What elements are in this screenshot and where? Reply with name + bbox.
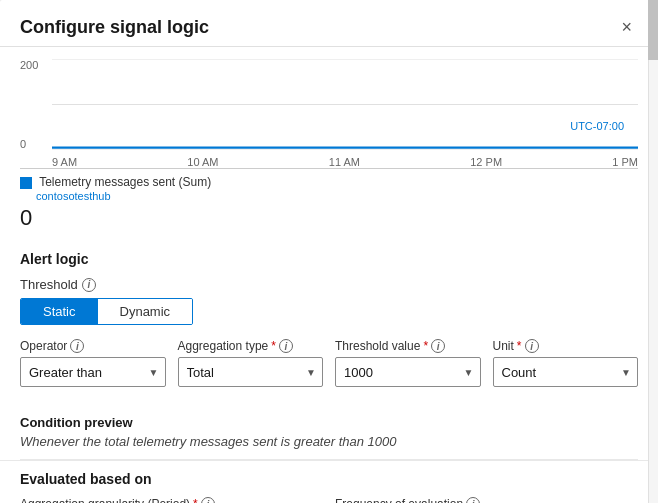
dialog-title: Configure signal logic [20, 17, 209, 38]
aggregation-type-info-icon[interactable]: i [279, 339, 293, 353]
chart-y-labels: 200 0 [20, 59, 48, 150]
legend-source: contosotesthub [36, 190, 111, 202]
close-button[interactable]: × [615, 16, 638, 38]
threshold-info-icon[interactable]: i [82, 278, 96, 292]
x-label-11am: 11 AM [329, 156, 360, 168]
aggregation-type-select-wrapper: Total Average Minimum Maximum Count ▼ [178, 357, 324, 387]
threshold-static-button[interactable]: Static [21, 299, 98, 324]
unit-label: Unit * i [493, 339, 639, 353]
x-label-1pm: 1 PM [612, 156, 638, 168]
operator-select-wrapper: Greater than Less than Greater than or e… [20, 357, 166, 387]
threshold-dynamic-button[interactable]: Dynamic [98, 299, 193, 324]
condition-preview-text: Whenever the total telemetry messages se… [20, 434, 638, 449]
threshold-label: Threshold i [20, 277, 638, 292]
chart-y-min: 0 [20, 138, 48, 150]
x-label-12pm: 12 PM [470, 156, 502, 168]
x-label-9am: 9 AM [52, 156, 77, 168]
chart-legend: Telemetry messages sent (Sum) contosotes… [20, 175, 638, 203]
operator-label: Operator i [20, 339, 166, 353]
frequency-info-icon[interactable]: i [466, 497, 480, 503]
threshold-value-field: Threshold value * i 1000 ▼ [335, 339, 481, 387]
legend-color-swatch [20, 177, 32, 189]
agg-granularity-label: Aggregation granularity (Period) * i [20, 497, 323, 503]
aggregation-type-select[interactable]: Total Average Minimum Maximum Count [187, 365, 315, 380]
alert-form-row: Operator i Greater than Less than Greate… [20, 339, 638, 387]
unit-field: Unit * i Count Bytes Percent ▼ [493, 339, 639, 387]
condition-preview-title: Condition preview [20, 415, 638, 430]
configure-signal-dialog: Configure signal logic × 200 0 [0, 0, 658, 503]
evaluated-based-on-section: Evaluated based on Aggregation granulari… [0, 460, 658, 503]
aggregation-type-label: Aggregation type * i [178, 339, 324, 353]
threshold-value-label: Threshold value * i [335, 339, 481, 353]
frequency-field: Frequency of evaluation i Every 1 Minute… [335, 497, 638, 503]
condition-preview-section: Condition preview Whenever the total tel… [0, 407, 658, 459]
frequency-label: Frequency of evaluation i [335, 497, 638, 503]
aggregation-type-field: Aggregation type * i Total Average Minim… [178, 339, 324, 387]
dialog-header: Configure signal logic × [0, 0, 658, 47]
utc-label: UTC-07:00 [570, 120, 624, 132]
evaluated-form-row: Aggregation granularity (Period) * i 5 m… [20, 497, 638, 503]
chart-y-max: 200 [20, 59, 48, 71]
x-label-10am: 10 AM [187, 156, 218, 168]
unit-select-wrapper: Count Bytes Percent ▼ [493, 357, 639, 387]
alert-logic-section: Alert logic Threshold i Static Dynamic O… [0, 239, 658, 407]
operator-field: Operator i Greater than Less than Greate… [20, 339, 166, 387]
threshold-value-select[interactable]: 1000 [344, 365, 472, 380]
chart-area: 200 0 UTC-07:00 9 AM 10 [0, 47, 658, 239]
unit-select[interactable]: Count Bytes Percent [502, 365, 630, 380]
chart-container: 200 0 UTC-07:00 9 AM 10 [20, 59, 638, 169]
agg-granularity-field: Aggregation granularity (Period) * i 5 m… [20, 497, 323, 503]
alert-logic-title: Alert logic [20, 251, 638, 267]
evaluated-title: Evaluated based on [20, 471, 638, 487]
chart-svg [52, 59, 638, 150]
threshold-value-select-wrapper: 1000 ▼ [335, 357, 481, 387]
dialog-body: 200 0 UTC-07:00 9 AM 10 [0, 47, 658, 503]
legend-name: Telemetry messages sent (Sum) [39, 175, 211, 189]
threshold-toggle-group: Static Dynamic [20, 298, 193, 325]
threshold-value-info-icon[interactable]: i [431, 339, 445, 353]
operator-select[interactable]: Greater than Less than Greater than or e… [29, 365, 157, 380]
agg-granularity-info-icon[interactable]: i [201, 497, 215, 503]
chart-current-value: 0 [20, 205, 638, 231]
chart-x-labels: 9 AM 10 AM 11 AM 12 PM 1 PM [52, 156, 638, 168]
unit-info-icon[interactable]: i [525, 339, 539, 353]
chart-inner: UTC-07:00 [52, 59, 638, 150]
operator-info-icon[interactable]: i [70, 339, 84, 353]
